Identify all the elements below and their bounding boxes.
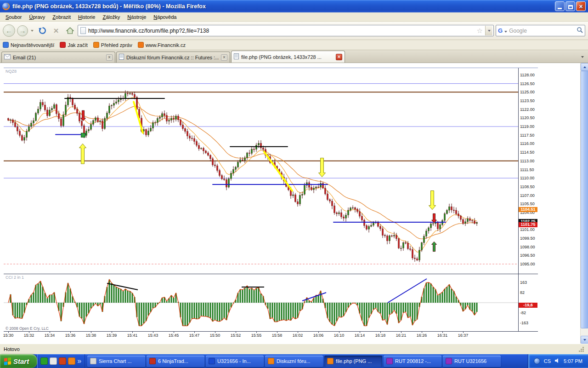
url-dropdown-button[interactable]: [485, 26, 492, 35]
price-axis-label: 1122.00: [520, 107, 535, 112]
bookmark-label: www.Financnik.cz: [146, 42, 186, 48]
tab-email-21[interactable]: Email (21)×: [1, 52, 115, 63]
url-text[interactable]: http://www.financnik.cz/forum/file.php?2…: [88, 28, 475, 34]
price-axis-label: 1107.00: [520, 193, 535, 198]
close-button[interactable]: ×: [576, 1, 586, 11]
language-indicator[interactable]: CS: [544, 358, 551, 364]
tab-file-php-png-obrazek-1433x728[interactable]: file.php (PNG obrázek, 1433x728 ...×: [231, 51, 345, 63]
cci-axis-label: 163: [520, 280, 527, 285]
search-placeholder[interactable]: Google: [509, 28, 575, 34]
history-dropdown-icon[interactable]: [30, 30, 34, 32]
task-6-ninjatrad[interactable]: 6 NinjaTrad...: [147, 356, 204, 367]
cci-panel: 16382-82-163-19,6 CCI 2 in 1 © 2008 Open…: [4, 274, 538, 331]
task-icon: [268, 358, 274, 364]
task-diskuzni-foru[interactable]: Diskuzní fóru...: [265, 356, 323, 367]
price-axis-label: 1096.50: [520, 253, 535, 258]
task-label: U321656 - In...: [217, 358, 251, 364]
price-axis-label: 1125.00: [520, 90, 535, 94]
bookmark-favicon-icon: [138, 42, 144, 48]
stop-button[interactable]: ×: [50, 25, 62, 37]
time-axis-label: 15:30: [1, 333, 15, 338]
task-label: Sierra Chart ...: [99, 358, 132, 364]
start-label: Start: [13, 357, 29, 365]
cci-value-marker: -19,6: [519, 303, 537, 308]
bookmark-prehled-zprav[interactable]: Přehled zpráv: [93, 42, 132, 48]
time-axis-label: 15:50: [208, 333, 222, 338]
price-axis-label: 1123.50: [520, 98, 535, 103]
time-axis-label: 15:45: [167, 333, 181, 338]
bookmark-star-icon[interactable]: ☆: [477, 27, 483, 34]
task-sierra-chart[interactable]: Sierra Chart ...: [87, 356, 145, 367]
quicklaunch-icon-3[interactable]: [59, 357, 66, 365]
window-controls: ×: [555, 1, 586, 11]
google-engine-icon[interactable]: G: [498, 27, 503, 34]
time-axis-label: 16:18: [373, 333, 387, 338]
search-engine-dropdown-icon[interactable]: [504, 28, 507, 34]
price-axis-label: 1095.00: [520, 262, 535, 266]
maximize-button[interactable]: [565, 1, 575, 11]
task-icon: [386, 358, 393, 364]
menu-upravy[interactable]: Úpravy: [25, 13, 49, 21]
task-rut-200812[interactable]: RUT 200812 -...: [384, 356, 441, 367]
tab-bar: Email (21)×Diskuzní fórum Financnik.cz :…: [0, 50, 588, 63]
time-axis-label: 16:26: [415, 333, 429, 338]
minimize-button[interactable]: [555, 1, 565, 11]
scroll-up-button[interactable]: [581, 63, 588, 71]
tab-close-icon[interactable]: ×: [221, 54, 227, 61]
task-label: RUT U321656: [454, 358, 486, 364]
quicklaunch-icon-2[interactable]: [50, 357, 57, 365]
home-button[interactable]: [64, 25, 76, 37]
cci-axis-label: -163: [520, 321, 528, 325]
bookmark-jak-zacit[interactable]: Jak začít: [60, 42, 87, 48]
task-rut-u321656[interactable]: RUT U321656: [443, 356, 501, 367]
menu-soubor[interactable]: Soubor: [2, 13, 25, 21]
resize-grip[interactable]: [578, 346, 584, 352]
time-axis-label: 16:02: [291, 333, 305, 338]
scrollbar-thumb[interactable]: [581, 71, 588, 328]
menu-napoveda[interactable]: Nápověda: [150, 13, 180, 21]
tab-diskuzni-forum-financnik-cz-futures[interactable]: Diskuzní fórum Financnik.cz :: Futures :…: [116, 52, 230, 63]
task-label: Diskuzní fóru...: [277, 358, 310, 364]
price-axis-label: 1105.50: [520, 201, 535, 206]
bookmarks-toolbar: NejnavštěvovanějšíJak začítPřehled zpráv…: [0, 40, 588, 50]
reload-button[interactable]: [36, 25, 48, 37]
clock[interactable]: 5:07 PM: [564, 358, 582, 364]
quicklaunch-overflow-chevron-icon[interactable]: »: [77, 357, 81, 365]
forward-button[interactable]: →: [17, 25, 28, 36]
tab-overflow-chevron-icon[interactable]: [581, 52, 587, 63]
tab-label: file.php (PNG obrázek, 1433x728 ...: [241, 54, 334, 60]
task-file-php-png[interactable]: file.php (PNG ...: [324, 356, 382, 367]
time-axis-label: 15:58: [270, 333, 284, 338]
task-u321656-in[interactable]: U321656 - In...: [206, 356, 264, 367]
volume-icon[interactable]: [554, 358, 560, 364]
titlebar[interactable]: file.php (PNG obrázek, 1433x728 bodů) - …: [0, 0, 588, 12]
last-price-marker: 1104.51: [519, 207, 537, 212]
candlestick-chart: [4, 68, 518, 274]
menu-historie[interactable]: Historie: [74, 13, 99, 21]
vertical-scrollbar[interactable]: [580, 63, 588, 344]
menu-nastroje[interactable]: Nástroje: [124, 13, 150, 21]
cci-axis-label: 82: [520, 290, 525, 295]
quicklaunch-icon-4[interactable]: [68, 357, 75, 365]
time-axis-label: 15:39: [105, 333, 119, 338]
bookmark-nejnavstevovanejsi[interactable]: Nejnavštěvovanější: [3, 42, 54, 48]
tab-close-icon[interactable]: ×: [336, 54, 342, 60]
tray-status-icon[interactable]: [534, 358, 540, 364]
tab-close-icon[interactable]: ×: [106, 54, 113, 61]
search-magnifier-icon[interactable]: [577, 27, 583, 34]
task-icon: [149, 358, 156, 364]
taskbar: Start » Sierra Chart ...6 NinjaTrad...U3…: [0, 354, 588, 368]
menu-zobrazit[interactable]: Zobrazit: [49, 13, 74, 21]
task-icon: [446, 358, 452, 364]
scroll-down-button[interactable]: [581, 336, 588, 344]
back-button[interactable]: ←: [3, 24, 15, 37]
menu-zalozky[interactable]: Záložky: [99, 13, 124, 21]
window-title: file.php (PNG obrázek, 1433x728 bodů) - …: [12, 3, 552, 10]
bookmark-www-financnik-cz[interactable]: www.Financnik.cz: [138, 42, 186, 48]
url-bar[interactable]: http://www.financnik.cz/forum/file.php?2…: [78, 25, 494, 36]
quicklaunch-icon-1[interactable]: [40, 357, 48, 365]
start-button[interactable]: Start: [0, 354, 37, 368]
time-axis-label: 15:52: [229, 333, 243, 338]
price-axis-label: 1099.50: [520, 236, 535, 241]
search-box[interactable]: G Google: [496, 25, 585, 36]
